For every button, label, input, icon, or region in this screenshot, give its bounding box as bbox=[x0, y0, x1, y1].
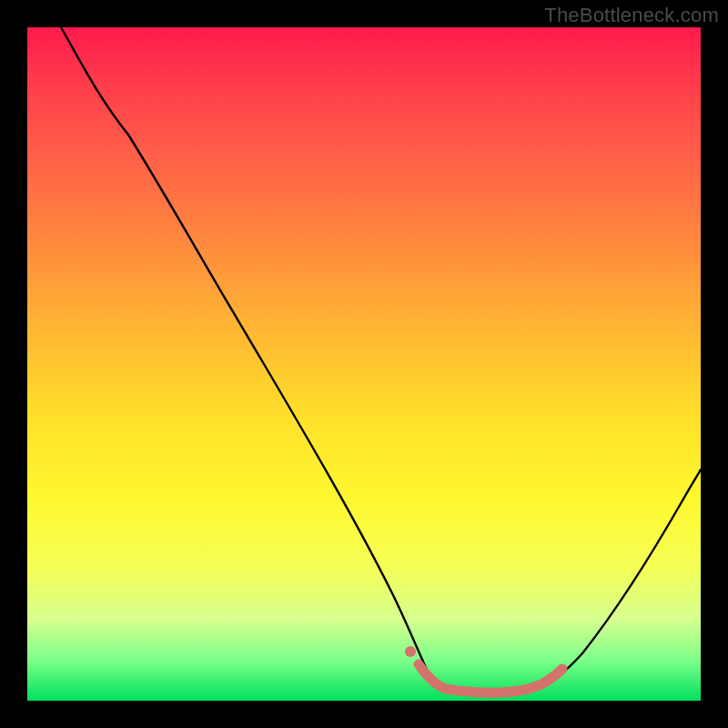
trough-highlight bbox=[419, 664, 562, 693]
curve-svg bbox=[27, 27, 701, 701]
plot-area bbox=[27, 27, 701, 701]
watermark-text: TheBottleneck.com bbox=[544, 4, 719, 27]
chart-frame: TheBottleneck.com bbox=[0, 0, 728, 728]
trough-start-dot bbox=[405, 646, 416, 657]
bottleneck-curve bbox=[61, 27, 701, 693]
